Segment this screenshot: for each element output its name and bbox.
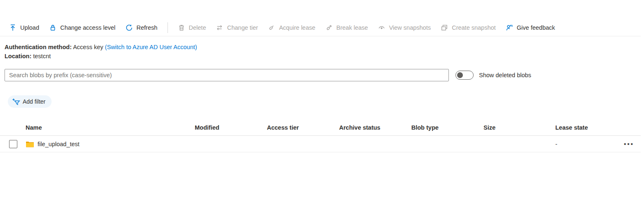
table-row[interactable]: file_upload_test - ••• (0, 136, 641, 152)
refresh-button[interactable]: Refresh (125, 24, 158, 31)
trash-icon (178, 24, 185, 31)
change-access-level-button[interactable]: Change access level (49, 24, 116, 31)
filter-row: Add filter (8, 95, 641, 108)
create-snapshot-button[interactable]: Create snapshot (441, 24, 495, 31)
upload-icon (9, 24, 17, 31)
location-label: Location: (5, 53, 31, 59)
auth-method-value: Access key (73, 44, 103, 50)
row-checkbox[interactable] (9, 140, 17, 148)
toolbar-divider (167, 22, 168, 33)
change-tier-button[interactable]: Change tier (216, 24, 258, 31)
column-header-size[interactable]: Size (479, 124, 552, 131)
column-header-name[interactable]: Name (22, 124, 191, 131)
give-feedback-button[interactable]: Give feedback (506, 24, 555, 31)
show-deleted-blobs-label: Show deleted blobs (479, 72, 531, 78)
break-lease-button[interactable]: Break lease (325, 24, 368, 31)
search-input[interactable] (5, 69, 449, 81)
change-access-level-label: Change access level (60, 24, 116, 31)
context-info: Authentication method: Access key (Switc… (5, 43, 641, 61)
change-tier-label: Change tier (227, 24, 258, 31)
add-filter-icon (12, 98, 20, 105)
column-header-access-tier[interactable]: Access tier (263, 124, 335, 131)
add-filter-label: Add filter (23, 98, 45, 105)
snapshot-icon (441, 24, 448, 31)
ellipsis-icon[interactable]: ••• (624, 140, 634, 147)
view-snapshots-label: View snapshots (389, 24, 431, 31)
row-lease-state-cell: - (552, 141, 614, 147)
show-deleted-blobs-toggle[interactable] (455, 71, 474, 80)
break-lease-icon (325, 24, 333, 31)
acquire-lease-icon (268, 24, 275, 31)
refresh-label: Refresh (137, 24, 158, 31)
auth-method-line: Authentication method: Access key (Switc… (5, 43, 641, 52)
row-menu-cell: ••• (614, 140, 641, 147)
location-value: testcnt (33, 53, 51, 59)
acquire-lease-label: Acquire lease (279, 24, 315, 31)
blob-container-page: Upload Change access level Refresh (0, 19, 641, 152)
acquire-lease-button[interactable]: Acquire lease (268, 24, 315, 31)
refresh-icon (125, 24, 133, 31)
search-row: Show deleted blobs (5, 69, 641, 81)
feedback-icon (506, 24, 513, 31)
switch-auth-link[interactable]: (Switch to Azure AD User Account) (105, 44, 197, 50)
table-header-row: Name Modified Access tier Archive status… (0, 119, 641, 136)
location-line: Location: testcnt (5, 52, 641, 61)
auth-method-label: Authentication method: (5, 44, 72, 50)
change-tier-icon (216, 24, 223, 31)
lock-icon (49, 24, 57, 31)
column-header-lease-state[interactable]: Lease state (552, 124, 614, 131)
delete-button[interactable]: Delete (178, 24, 206, 31)
create-snapshot-label: Create snapshot (452, 24, 495, 31)
give-feedback-label: Give feedback (517, 24, 555, 31)
toggle-knob (457, 72, 463, 78)
toolbar: Upload Change access level Refresh (0, 19, 641, 36)
row-check-cell (0, 140, 22, 148)
eye-icon (378, 24, 385, 31)
folder-icon (26, 141, 34, 147)
column-header-blob-type[interactable]: Blob type (407, 124, 479, 131)
upload-button[interactable]: Upload (9, 24, 39, 31)
add-filter-button[interactable]: Add filter (8, 95, 52, 108)
upload-label: Upload (20, 24, 39, 31)
view-snapshots-button[interactable]: View snapshots (378, 24, 431, 31)
column-header-archive-status[interactable]: Archive status (335, 124, 407, 131)
delete-label: Delete (189, 24, 206, 31)
column-header-modified[interactable]: Modified (191, 124, 263, 131)
blob-name[interactable]: file_upload_test (38, 141, 80, 147)
blobs-table: Name Modified Access tier Archive status… (0, 119, 641, 152)
row-name-cell[interactable]: file_upload_test (22, 141, 191, 147)
break-lease-label: Break lease (336, 24, 368, 31)
